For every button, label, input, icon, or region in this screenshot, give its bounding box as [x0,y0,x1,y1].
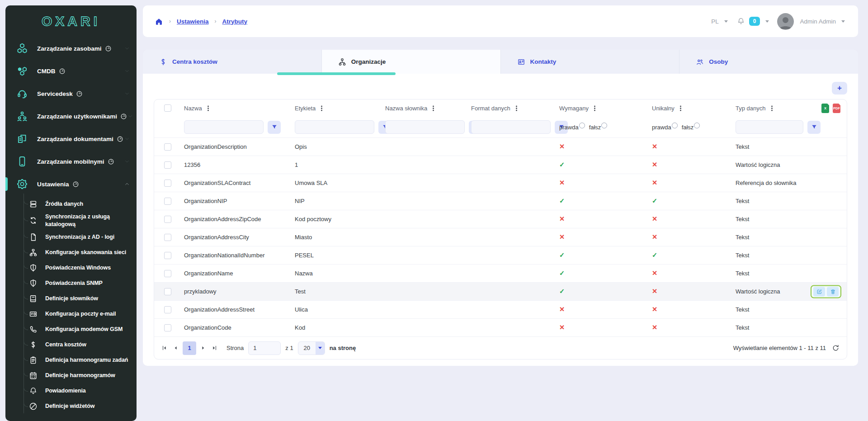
column-menu-icon[interactable] [594,108,595,109]
current-page-button[interactable]: 1 [183,341,196,355]
sidebar-subitem-konfiguracje-skanowania-sieci[interactable]: Konfiguracje skanowania sieci [5,245,137,260]
page-number-input[interactable] [248,341,281,355]
avatar[interactable] [777,13,794,30]
sidebar-item-ustawienia[interactable]: Ustawienia [5,173,137,195]
column-menu-icon[interactable] [321,108,322,109]
calendar-icon [29,371,38,380]
pdf-export-icon[interactable]: PDF [833,104,840,113]
table-row-organizationdescription[interactable]: OrganizationDescriptionOpis✕✕Tekst [154,137,847,156]
tab-osoby[interactable]: Osoby [679,50,858,74]
column-menu-icon[interactable] [680,108,681,109]
sidebar-subitem-definicja-harmonogramu-zada[interactable]: Definicja harmonogramu zadań [5,353,137,368]
table-row-12356[interactable]: 123561✓✕Wartość logiczna [154,156,847,174]
column-menu-icon[interactable] [516,108,517,109]
table-row-przykladowy[interactable]: przykladowyTest✓✕Wartość logiczna [154,282,847,300]
page-label: Strona [226,345,244,351]
row-checkbox[interactable] [164,180,171,187]
table-row-organizationslacontract[interactable]: OrganizationSLAContractUmowa SLA✕✕Refere… [154,174,847,192]
breadcrumb-link-atrybuty[interactable]: Atrybuty [222,18,248,25]
row-checkbox[interactable] [164,234,171,241]
next-page-button[interactable] [198,342,209,354]
sidebar-subitem-synchronizacja-z-ad-logi[interactable]: Synchronizacja z AD - logi [5,230,137,245]
filter-cell-wymagany: prawdafałsz [556,124,648,131]
cell-nazwa: OrganizationNationalIdNumber [180,252,291,259]
filter-input-typ-danych[interactable] [736,120,803,134]
sidebar-subitem-po-wiadczenia-snmp[interactable]: Poświadczenia SNMP [5,276,137,291]
previous-page-button[interactable] [170,342,181,354]
language-caret-icon[interactable] [724,20,728,23]
table-row-organizationcode[interactable]: OrganizationCodeKod✕✕Tekst [154,318,847,336]
sidebar-item-zarz-dzanie-mobilnymi[interactable]: Zarządzanie mobilnymi [5,150,137,173]
radio-true[interactable] [672,123,678,128]
row-checkbox[interactable] [164,252,171,259]
sidebar-subitem-konfiguracja-poczty-e-mail[interactable]: Konfiguracja poczty e-mail [5,307,137,322]
filter-input-nazwa[interactable] [184,120,264,134]
table-row-organizationname[interactable]: OrganizationNameNazwa✓✕Tekst [154,264,847,282]
edit-button[interactable] [813,287,825,296]
filter-button-nazwa[interactable] [268,121,281,134]
home-icon[interactable] [155,17,163,26]
sidebar-subitem-synchronizacja-z-us-ug-katalogow[interactable]: Synchronizacja z usługą katalogową [5,212,137,230]
row-checkbox[interactable] [164,198,171,205]
sidebar-item-servicedesk[interactable]: Servicedesk [5,82,137,105]
cell-typ-danych: Tekst [732,143,847,150]
row-checkbox[interactable] [164,161,171,169]
attribute-type: Tekst [736,324,749,331]
radio-true[interactable] [579,123,585,128]
row-checkbox[interactable] [164,270,171,277]
sidebar-item-zarz-dzanie-zasobami[interactable]: Zarządzanie zasobami [5,37,137,60]
tab-centra-koszt-w[interactable]: Centra kosztów [143,50,322,74]
last-page-button[interactable] [209,342,220,354]
tab-kontakty[interactable]: Kontakty [501,50,680,74]
row-checkbox[interactable] [164,324,171,331]
cross-icon: ✕ [652,270,657,277]
table-row-organizationnationalidnumber[interactable]: OrganizationNationalIdNumberPESEL✓✓Tekst [154,246,847,264]
row-checkbox-cell [154,180,180,187]
excel-export-icon[interactable]: X [821,104,829,113]
table-body: OrganizationDescriptionOpis✕✕Tekst123561… [154,137,847,336]
column-menu-icon[interactable] [771,108,773,109]
sidebar-subitem-definicje-s-ownik-w[interactable]: Definicje słowników [5,291,137,307]
page-size-dropdown[interactable] [316,342,325,355]
notification-badge[interactable]: 0 [749,17,760,26]
page-size-select[interactable]: 20 [298,341,325,355]
filter-input-format-danych[interactable] [471,120,551,134]
sidebar-subitem-definicje-harmonogram-w[interactable]: Definicje harmonogramów [5,368,137,383]
table-row-organizationaddresszipcode[interactable]: OrganizationAddressZipCodeKod pocztowy✕✕… [154,210,847,228]
table-row-organizationaddressstreet[interactable]: OrganizationAddressStreetUlica✕✕Tekst [154,300,847,318]
first-page-button[interactable] [159,342,170,354]
radio-false[interactable] [601,123,607,128]
notification-caret-icon[interactable] [765,20,769,23]
language-selector[interactable]: PL [711,18,719,25]
table-row-organizationnip[interactable]: OrganizationNIPNIP✓✓Tekst [154,192,847,210]
sidebar-subitem-powiadomienia[interactable]: Powiadomienia [5,383,137,399]
column-header-label: Nazwa [184,105,202,112]
add-attribute-button[interactable]: + [832,82,847,95]
sidebar-subitem-r-d-a-danych[interactable]: Źródła danych [5,196,137,212]
column-menu-icon[interactable] [433,108,434,109]
filter-input-nazwa-s-ownika[interactable] [385,120,465,134]
sidebar-subitem-centra-koszt-w[interactable]: Centra kosztów [5,337,137,353]
row-checkbox[interactable] [164,288,171,295]
select-all-checkbox[interactable] [164,104,171,112]
filter-input-etykieta[interactable] [295,120,374,134]
sidebar-item-zarz-dzanie-dokumentami[interactable]: Zarządzanie dokumentami [5,128,137,150]
user-menu-caret-icon[interactable] [841,20,845,23]
row-checkbox[interactable] [164,216,171,223]
sidebar-item-cmdb[interactable]: CMDB [5,60,137,82]
column-menu-icon[interactable] [208,108,209,109]
table-row-organizationaddresscity[interactable]: OrganizationAddressCityMiasto✕✕Tekst [154,228,847,246]
breadcrumb-link-ustawienia[interactable]: Ustawienia [177,18,209,25]
row-checkbox[interactable] [164,143,171,151]
refresh-icon[interactable] [832,344,840,352]
sidebar-subitem-definicje-wid-et-w[interactable]: Definicje widżetów [5,399,137,414]
sidebar-subitem-po-wiadczenia-windows[interactable]: Poświadczenia Windows [5,260,137,276]
tab-organizacje[interactable]: Organizacje [322,50,501,74]
radio-false[interactable] [694,123,700,128]
sidebar-item-zarz-dzanie-u-ytkownikami[interactable]: Zarządzanie użytkownikami [5,105,137,128]
row-checkbox[interactable] [164,306,171,313]
notification-bell-icon[interactable] [737,17,745,25]
sidebar-subitem-konfiguracja-modem-w-gsm[interactable]: Konfiguracja modemów GSM [5,322,137,337]
filter-button-typ-danych[interactable] [807,121,821,134]
delete-button[interactable] [827,287,839,296]
